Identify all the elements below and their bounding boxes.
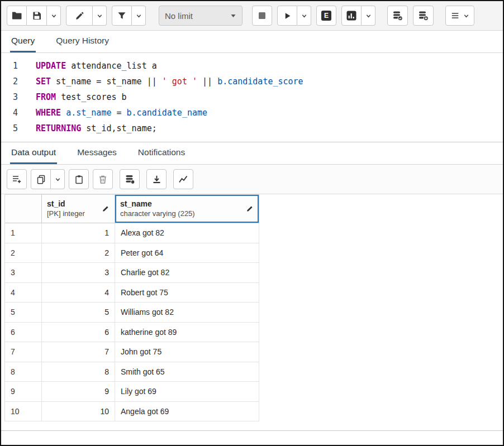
filter-group [112, 6, 146, 26]
commit-button[interactable] [387, 6, 408, 26]
stop-icon [258, 12, 266, 20]
st-id-cell[interactable]: 3 [42, 263, 115, 283]
st-name-cell[interactable]: Angela got 69 [115, 402, 259, 422]
tab-messages[interactable]: Messages [76, 142, 118, 164]
code-text: UPDATE attendance_list a [27, 58, 157, 74]
st-name-cell[interactable]: Robert got 75 [115, 283, 259, 303]
st-name-cell[interactable]: Smith got 65 [115, 362, 259, 382]
st-name-cell[interactable]: katherine got 89 [115, 323, 259, 343]
edit-dropdown-button[interactable] [93, 6, 107, 26]
line-graph-icon [178, 175, 188, 184]
execute-group [277, 6, 311, 26]
st-id-cell[interactable]: 9 [42, 382, 115, 402]
copy-dropdown-button[interactable] [51, 169, 65, 189]
save-dropdown-button[interactable] [47, 6, 61, 26]
row-limit-select[interactable]: No limit [159, 6, 243, 26]
bar-chart-icon [346, 11, 356, 21]
execute-dropdown-button[interactable] [297, 6, 311, 26]
add-row-button[interactable] [7, 169, 27, 189]
data-output-toolbar [1, 165, 503, 194]
code-line: 3FROM test_scores b [1, 89, 503, 105]
graph-visualiser-button[interactable] [173, 169, 193, 189]
line-number: 1 [1, 58, 27, 74]
filter-dropdown-button[interactable] [132, 6, 146, 26]
macros-menu-button[interactable] [445, 6, 474, 26]
table-row: 88Smith got 65 [5, 362, 260, 382]
line-number: 2 [1, 74, 27, 89]
row-number-cell[interactable]: 4 [5, 283, 42, 303]
tab-query-history[interactable]: Query History [55, 31, 110, 52]
chevron-down-icon [301, 13, 307, 19]
chevron-down-icon [365, 13, 372, 19]
st-id-cell[interactable]: 8 [42, 362, 115, 382]
st-name-cell[interactable]: Peter got 64 [115, 243, 259, 263]
editor-tabs: Query Query History [1, 31, 503, 53]
code-lines: 1UPDATE attendance_list a2SET st_name = … [1, 58, 503, 136]
tab-query[interactable]: Query [10, 31, 36, 52]
st-name-cell[interactable]: John got 75 [115, 342, 259, 362]
st-name-cell[interactable]: Lily got 69 [115, 382, 259, 402]
column-header-st-id[interactable]: st_id [PK] integer [42, 194, 115, 223]
row-number-cell[interactable]: 5 [5, 303, 42, 323]
code-line: 5RETURNING st_id,st_name; [1, 121, 503, 136]
paste-button[interactable] [69, 169, 89, 189]
st-name-cell[interactable]: Charlie got 82 [115, 263, 259, 283]
main-toolbar: No limit E [1, 1, 503, 31]
code-text: RETURNING st_id,st_name; [27, 121, 157, 136]
copy-button[interactable] [31, 169, 51, 189]
st-id-cell[interactable]: 4 [42, 283, 115, 303]
edit-column-icon[interactable] [246, 205, 254, 213]
folder-icon [12, 11, 22, 20]
sql-editor[interactable]: 1UPDATE attendance_list a2SET st_name = … [1, 53, 503, 142]
explain-dropdown-button[interactable] [362, 6, 375, 26]
st-id-cell[interactable]: 6 [42, 323, 115, 343]
row-number-cell[interactable]: 8 [5, 362, 42, 382]
edit-column-icon[interactable] [102, 205, 110, 213]
edit-group [66, 6, 107, 26]
execute-button[interactable] [277, 6, 297, 26]
row-number-cell[interactable]: 1 [5, 223, 42, 243]
delete-row-button[interactable] [93, 169, 113, 189]
file-group [7, 6, 61, 26]
rollback-button[interactable] [413, 6, 434, 26]
row-number-cell[interactable]: 9 [5, 382, 42, 402]
table-row: 44Robert got 75 [5, 283, 260, 303]
explain-analyze-button[interactable] [341, 6, 362, 26]
row-number-cell[interactable]: 10 [5, 402, 42, 422]
st-id-cell[interactable]: 5 [42, 303, 115, 323]
open-file-button[interactable] [7, 6, 27, 26]
stop-button[interactable] [252, 6, 272, 26]
paste-icon [74, 175, 84, 184]
st-id-cell[interactable]: 2 [42, 243, 115, 263]
column-name: st_name [120, 199, 195, 209]
st-name-cell[interactable]: Alexa got 82 [115, 223, 259, 243]
st-id-cell[interactable]: 1 [42, 223, 115, 243]
add-row-icon [12, 174, 22, 184]
column-name: st_id [47, 199, 85, 209]
download-csv-button[interactable] [146, 169, 167, 189]
data-output-panel: st_id [PK] integer st_name character var… [1, 194, 503, 430]
select-all-corner[interactable] [5, 194, 42, 223]
edit-button[interactable] [66, 6, 93, 26]
column-header-st-name[interactable]: st_name character varying (225) [115, 194, 259, 223]
row-number-cell[interactable]: 2 [5, 243, 42, 263]
st-id-cell[interactable]: 10 [42, 402, 115, 422]
code-line: 1UPDATE attendance_list a [1, 58, 503, 74]
filter-button[interactable] [112, 6, 132, 26]
code-text: WHERE a.st_name = b.candidate_name [27, 105, 207, 121]
st-id-cell[interactable]: 7 [42, 342, 115, 362]
line-number: 3 [1, 89, 27, 105]
chevron-down-icon [51, 13, 57, 19]
row-number-cell[interactable]: 3 [5, 263, 42, 283]
explain-button[interactable]: E [316, 6, 336, 26]
tab-notifications[interactable]: Notifications [137, 142, 186, 164]
table-row: 99Lily got 69 [5, 382, 260, 402]
database-commit-icon [392, 11, 403, 21]
row-number-cell[interactable]: 7 [5, 342, 42, 362]
save-data-changes-button[interactable] [120, 169, 140, 189]
copy-group [31, 169, 65, 189]
save-button[interactable] [27, 6, 47, 26]
row-number-cell[interactable]: 6 [5, 323, 42, 343]
st-name-cell[interactable]: Williams got 82 [115, 303, 259, 323]
tab-data-output[interactable]: Data output [10, 142, 57, 164]
